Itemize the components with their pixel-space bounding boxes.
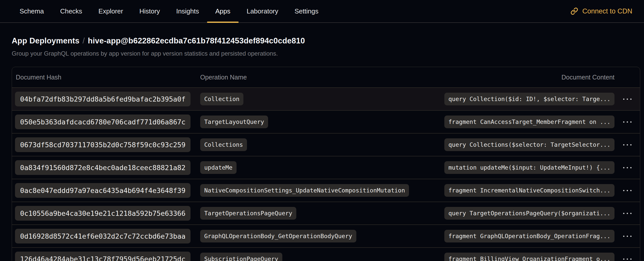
row-menu-button ellipsis-icon[interactable] [621,141,634,149]
nav-tab-laboratory[interactable]: Laboratory [247,0,278,22]
table-body: 04bfa72dfb83b297dd8a5b6fed9bafac2b395a0f… [12,87,640,261]
row-menu-button ellipsis-icon[interactable] [621,186,634,195]
row-menu-button ellipsis-icon[interactable] [621,164,634,172]
page-subtitle: Group your GraphQL operations by app ver… [12,50,640,57]
row-menu-button ellipsis-icon[interactable] [621,232,634,240]
document-hash-chip[interactable]: 04bfa72dfb83b297dd8a5b6fed9bafac2b395a0f [15,92,191,106]
app-deployments-page: App Deployments/hive-app@b622862ecdba7c6… [0,23,644,261]
nav-tab-apps[interactable]: Apps [215,0,230,22]
nav-tab-label: Insights [176,7,199,15]
breadcrumb-current: hive-app@b622862ecdba7c61b78f412453def89… [88,36,305,45]
table-row: 126d46a4284abe31c13c78f7959d56eeb21725dc… [12,247,640,261]
connect-to-cdn-label: Connect to CDN [582,7,632,15]
nav-tabs: Schema Checks Explorer History Insights … [20,0,318,22]
row-menu-button ellipsis-icon[interactable] [621,255,634,261]
operation-name-chip[interactable]: NativeCompositionSettings_UpdateNativeCo… [200,184,409,197]
document-content-chip[interactable]: fragment IncrementalNativeCompositionSwi… [444,184,614,197]
nav-tab-schema[interactable]: Schema [20,0,44,22]
breadcrumb-root[interactable]: App Deployments [12,36,80,45]
document-content-chip[interactable]: mutation updateMe($input: UpdateMeInput!… [444,161,614,174]
row-menu-button ellipsis-icon[interactable] [621,118,634,126]
nav-tab-label: Settings [295,7,318,15]
document-hash-chip[interactable]: 0ac8e047eddd97a97eac6435a4b694f4e3648f39 [15,183,191,198]
active-tab-underline [207,22,238,23]
page-title: App Deployments/hive-app@b622862ecdba7c6… [12,36,640,46]
table-row: 0a834f91560d872e8c4bec0ade18ceec88821a82… [12,156,640,179]
nav-tab-insights[interactable]: Insights [176,0,199,22]
connect-to-cdn-link[interactable]: Connect to CDN [570,0,632,22]
operation-name-chip[interactable]: SubscriptionPageQuery [200,253,282,261]
nav-tab-label: Apps [215,7,230,15]
table-row: 0673df58cd7037117035b2d0c758f59c0c93c259… [12,133,640,156]
link-icon [570,7,578,15]
document-hash-chip[interactable]: 0d16928d8572c41ef6e032d2c7c72ccbd6e73baa [15,229,191,243]
column-header-document-content: Document Content [562,74,614,81]
deployed-documents-table: Document Hash Operation Name Document Co… [12,67,640,261]
nav-tab-label: Explorer [98,7,123,15]
document-hash-chip[interactable]: 0c10556a9be4ca30e19e21c1218a592b75e63366 [15,206,191,221]
operation-name-chip[interactable]: updateMe [200,161,237,174]
nav-tab-label: Schema [20,7,44,15]
document-content-chip[interactable]: fragment CanAccessTarget_MemberFragment … [444,116,614,128]
row-menu-button ellipsis-icon[interactable] [621,209,634,218]
document-content-chip[interactable]: fragment GraphQLOperationBody_OperationF… [444,230,614,242]
document-content-chip[interactable]: fragment BillingView_OrganizationFragmen… [444,253,614,261]
top-nav: Schema Checks Explorer History Insights … [0,0,644,23]
document-hash-chip[interactable]: 126d46a4284abe31c13c78f7959d56eeb21725dc [15,252,191,261]
operation-name-chip[interactable]: GraphQLOperationBody_GetOperationBodyQue… [200,230,356,242]
column-header-document-hash: Document Hash [12,74,200,81]
document-content-chip[interactable]: query Collections($selector: TargetSelec… [444,138,614,151]
operation-name-chip[interactable]: Collections [200,138,247,151]
breadcrumb-separator: / [80,36,88,45]
row-menu-button ellipsis-icon[interactable] [621,95,634,103]
nav-tab-label: History [139,7,160,15]
table-header-row: Document Hash Operation Name Document Co… [12,67,640,87]
operation-name-chip[interactable]: Collection [200,93,243,105]
document-hash-chip[interactable]: 0673df58cd7037117035b2d0c758f59c0c93c259 [15,137,191,152]
nav-tab-checks[interactable]: Checks [60,0,82,22]
table-row: 0ac8e047eddd97a97eac6435a4b694f4e3648f39… [12,179,640,202]
document-content-chip[interactable]: query Collection($id: ID!, $selector: Ta… [444,93,614,105]
nav-tab-label: Laboratory [247,7,278,15]
operation-name-chip[interactable]: TargetLayoutQuery [200,116,268,128]
nav-tab-settings[interactable]: Settings [295,0,318,22]
document-hash-chip[interactable]: 0a834f91560d872e8c4bec0ade18ceec88821a82 [15,160,191,175]
document-hash-chip[interactable]: 050e5b363dafdcacd6780e706cadf771d06a867c [15,115,191,129]
table-row: 050e5b363dafdcacd6780e706cadf771d06a867c… [12,110,640,133]
nav-tab-label: Checks [60,7,82,15]
document-content-chip[interactable]: query TargetOperationsPageQuery($organiz… [444,207,614,220]
table-row: 04bfa72dfb83b297dd8a5b6fed9bafac2b395a0f… [12,87,640,110]
column-header-operation-name: Operation Name [200,74,562,81]
nav-tab-history[interactable]: History [139,0,160,22]
table-row: 0d16928d8572c41ef6e032d2c7c72ccbd6e73baa… [12,224,640,247]
operation-name-chip[interactable]: TargetOperationsPageQuery [200,207,296,220]
table-row: 0c10556a9be4ca30e19e21c1218a592b75e63366… [12,202,640,224]
nav-tab-explorer[interactable]: Explorer [98,0,123,22]
